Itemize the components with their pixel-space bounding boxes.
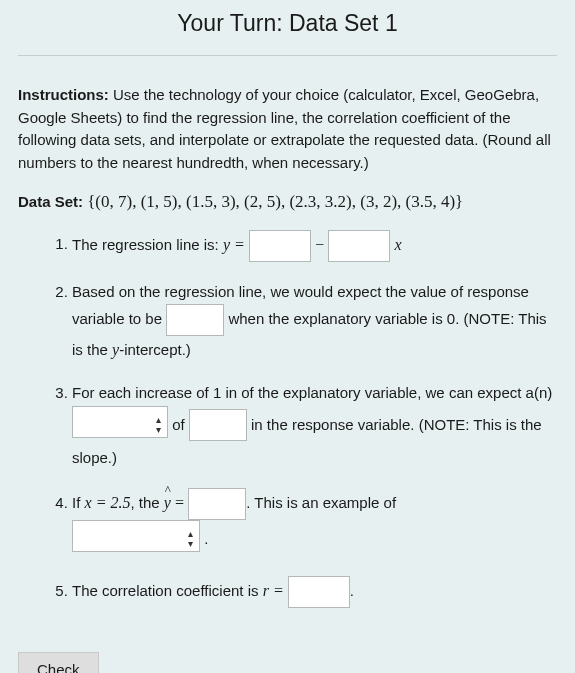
q3-of: of — [172, 415, 189, 432]
q1-x: x — [395, 235, 402, 252]
q4-xeq: x = 2.5 — [85, 494, 131, 511]
q4-part2: . This is an example of — [246, 494, 396, 511]
q1-input-a[interactable] — [249, 230, 311, 262]
q3-part1: For each increase of 1 in of the explana… — [72, 384, 552, 401]
divider — [18, 55, 557, 56]
instructions-block: Instructions: Use the technology of your… — [18, 84, 557, 174]
q1-minus: − — [315, 235, 324, 252]
page-title: Your Turn: Data Set 1 — [18, 10, 557, 45]
q1-pre: The regression line is: — [72, 235, 223, 252]
exercise-container: Your Turn: Data Set 1 Instructions: Use … — [0, 0, 575, 673]
q4-if: If — [72, 494, 85, 511]
instructions-label: Instructions: — [18, 86, 109, 103]
question-list: The regression line is: y = − x Based on… — [18, 225, 557, 621]
question-3: For each increase of 1 in of the explana… — [72, 375, 557, 483]
check-button[interactable]: Check — [18, 652, 99, 673]
q5-input[interactable] — [288, 576, 350, 608]
q5-dot: . — [350, 582, 354, 599]
q5-pre: The correlation coefficient is — [72, 582, 263, 599]
dataset-values: {(0, 7), (1, 5), (1.5, 3), (2, 5), (2.3,… — [87, 192, 463, 211]
dataset-label: Data Set: — [18, 193, 83, 210]
q3-select-direction[interactable]: ▴▾ — [72, 406, 168, 446]
question-4: If x = 2.5, the ^y = . This is an exampl… — [72, 483, 557, 572]
dataset-block: Data Set: {(0, 7), (1, 5), (1.5, 3), (2,… — [18, 189, 557, 215]
q2-input[interactable] — [166, 304, 224, 336]
q1-input-b[interactable] — [328, 230, 390, 262]
q3-input[interactable] — [189, 409, 247, 441]
q4-select-type[interactable]: ▴▾ — [72, 520, 200, 560]
question-5: The correlation coefficient is r = . — [72, 571, 557, 620]
q5-r-eq: r = — [263, 582, 284, 599]
q2-part3: -intercept.) — [119, 341, 191, 358]
q4-input[interactable] — [188, 488, 246, 520]
question-1: The regression line is: y = − x — [72, 225, 557, 274]
q4-eq: = — [175, 494, 184, 511]
q1-y-equals: y = — [223, 235, 245, 252]
question-2: Based on the regression line, we would e… — [72, 274, 557, 376]
q4-comma: , the — [130, 494, 163, 511]
q4-yhat: ^y — [164, 489, 171, 516]
q4-dot: . — [204, 529, 208, 546]
